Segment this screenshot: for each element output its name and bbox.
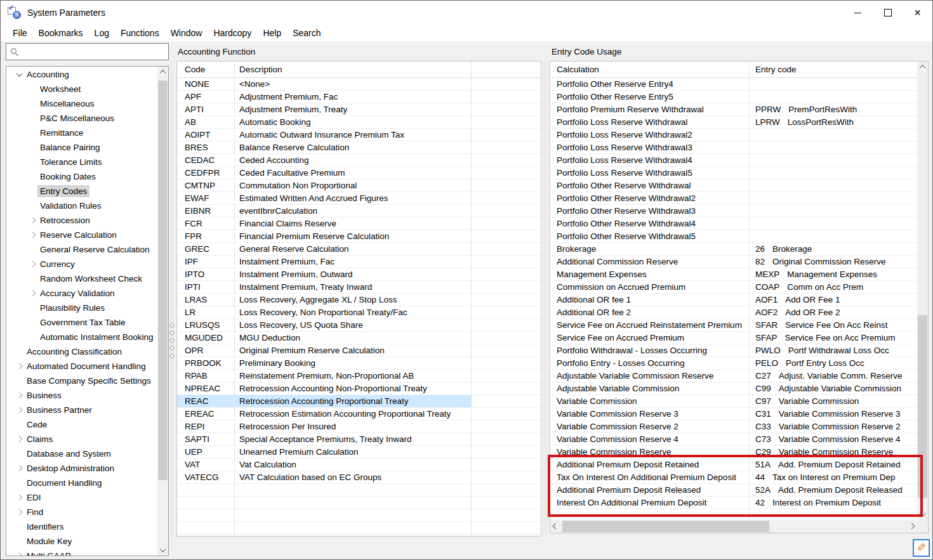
sidebar-item-tolerance-limits[interactable]: Tolerance Limits bbox=[6, 155, 157, 169]
menu-item-search[interactable]: Search bbox=[287, 26, 326, 40]
function-row-eibnr[interactable]: EIBNReventIbnrCalculation bbox=[177, 205, 541, 218]
sidebar-item-cede[interactable]: Cede bbox=[6, 417, 157, 432]
usage-row-portfolio-other-reserve-entry5[interactable]: Portfolio Other Reserve Entry5 bbox=[550, 91, 917, 103]
menu-item-functions[interactable]: Functions bbox=[115, 26, 165, 40]
usage-row-portfolio-other-reserve-entry4[interactable]: Portfolio Other Reserve Entry4 bbox=[550, 78, 917, 91]
usage-row-commission-on-accrued-premium[interactable]: Commission on Accrued PremiumCOAPComm on… bbox=[550, 281, 917, 294]
maximize-button[interactable] bbox=[873, 1, 903, 25]
sidebar-item-automated-document-handling[interactable]: Automated Document Handling bbox=[6, 359, 157, 374]
sidebar-item-accuracy-validation[interactable]: Accuracy Validation bbox=[6, 286, 157, 301]
function-row-rpab[interactable]: RPABReinstatement Premium, Non-Proportio… bbox=[177, 370, 541, 382]
sidebar-item-p-c-miscellaneous[interactable]: P&C Miscellaneous bbox=[6, 111, 157, 126]
usage-row-portfolio-loss-reserve-withdrawal[interactable]: Portfolio Loss Reserve WithdrawalLPRWLos… bbox=[550, 116, 917, 129]
usage-row-variable-commission-reserve-2[interactable]: Variable Commission Reserve 2C33Variable… bbox=[550, 420, 917, 433]
usage-row-portfolio-other-reserve-withdrawal4[interactable]: Portfolio Other Reserve Withdrawal4 bbox=[550, 218, 917, 230]
sidebar-item-plausibility-rules[interactable]: Plausibility Rules bbox=[6, 301, 157, 315]
function-row-mguded[interactable]: MGUDEDMGU Deduction bbox=[177, 332, 541, 344]
sidebar-item-booking-dates[interactable]: Booking Dates bbox=[6, 169, 157, 184]
function-row-ipto[interactable]: IPTOInstalment Premium, Outward bbox=[177, 268, 541, 281]
usage-row-variable-commission-reserve-4[interactable]: Variable Commission Reserve 4C73Variable… bbox=[550, 433, 917, 446]
usage-row-adjustable-variable-commission-reserve[interactable]: Adjustable Variable Commission ReserveC2… bbox=[550, 370, 917, 382]
sidebar-item-database-and-system[interactable]: Database and System bbox=[6, 446, 157, 461]
tree-scrollbar[interactable] bbox=[157, 67, 168, 556]
sidebar-item-multi-gaap[interactable]: Multi GAAP bbox=[6, 549, 157, 556]
usage-row-additional-or-fee-2[interactable]: Additional OR fee 2AOF2Add OR Fee 2 bbox=[550, 306, 917, 319]
function-row-lrusqs[interactable]: LRUSQSLoss Recovery, US Quota Share bbox=[177, 319, 541, 332]
usage-row-portfolio-entry-losses-occurring[interactable]: Portfolio Entry - Losses OccurringPELOPo… bbox=[550, 357, 917, 370]
tree-scroll-up-button[interactable] bbox=[157, 67, 168, 77]
usage-vertical-scrollbar[interactable] bbox=[917, 62, 928, 520]
usage-row-additional-commission-reserve[interactable]: Additional Commission Reserve82Original … bbox=[550, 256, 917, 268]
usage-scroll-left-button[interactable] bbox=[550, 521, 561, 531]
menu-item-hardcopy[interactable]: Hardcopy bbox=[208, 26, 257, 40]
usage-hscrollbar-thumb[interactable] bbox=[562, 521, 769, 532]
sidebar-item-validation-rules[interactable]: Validation Rules bbox=[6, 199, 157, 213]
function-row-reac[interactable]: REACRetrocession Accounting Proportional… bbox=[177, 395, 541, 408]
sidebar-item-government-tax-table[interactable]: Government Tax Table bbox=[6, 315, 157, 330]
usage-horizontal-scrollbar[interactable] bbox=[550, 520, 917, 533]
sidebar-item-general-reserve-calculation[interactable]: General Reserve Calculation bbox=[6, 242, 157, 257]
close-button[interactable]: ✕ bbox=[903, 1, 932, 25]
usage-scroll-down-button[interactable] bbox=[917, 509, 928, 520]
usage-row-service-fee-on-accrued-premium[interactable]: Service Fee on Accrued PremiumSFAPServic… bbox=[550, 332, 917, 344]
function-row-cmtnp[interactable]: CMTNPCommutation Non Proportional bbox=[177, 179, 541, 192]
usage-row-additional-premium-deposit-released[interactable]: Additional Premium Deposit Released52AAd… bbox=[550, 484, 917, 497]
minimize-button[interactable] bbox=[843, 1, 873, 25]
usage-row-portfolio-loss-reserve-withdrawal5[interactable]: Portfolio Loss Reserve Withdrawal5 bbox=[550, 167, 917, 179]
tree-scrollbar-thumb[interactable] bbox=[158, 81, 168, 480]
function-row-ereac[interactable]: EREACRetrocession Estimation Accounting … bbox=[177, 408, 541, 420]
function-row-ewaf[interactable]: EWAFEstimated Written And Accrued Figure… bbox=[177, 192, 541, 205]
sidebar-item-reserve-calculation[interactable]: Reserve Calculation bbox=[6, 228, 157, 242]
tree-scroll-down-button[interactable] bbox=[157, 545, 168, 556]
function-row-uep[interactable]: UEPUnearned Premium Calculation bbox=[177, 446, 541, 459]
usage-row-service-fee-on-accrued-reinstatement-premium[interactable]: Service Fee on Accrued Reinstatement Pre… bbox=[550, 319, 917, 332]
function-row-prbook[interactable]: PRBOOKPreliminary Booking bbox=[177, 357, 541, 370]
usage-vscrollbar-thumb[interactable] bbox=[918, 315, 927, 498]
column-header-calculation[interactable]: Calculation bbox=[550, 65, 749, 74]
sidebar-item-identifiers[interactable]: Identifiers bbox=[6, 519, 157, 534]
usage-row-portfolio-loss-reserve-withdrawal3[interactable]: Portfolio Loss Reserve Withdrawal3 bbox=[550, 141, 917, 154]
function-row-opr[interactable]: OPROriginal Premium Reserve Calculation bbox=[177, 344, 541, 357]
sidebar-item-desktop-administration[interactable]: Desktop Administration bbox=[6, 461, 157, 476]
right-splitter[interactable] bbox=[543, 61, 548, 537]
function-row-none[interactable]: NONE<None> bbox=[177, 78, 541, 91]
sidebar-item-remittance[interactable]: Remittance bbox=[6, 126, 157, 140]
sidebar-item-worksheet[interactable]: Worksheet bbox=[6, 82, 157, 96]
function-row-npreac[interactable]: NPREACRetrocession Accounting Non-Propor… bbox=[177, 382, 541, 395]
function-row-cedac[interactable]: CEDACCeded Accounting bbox=[177, 154, 541, 167]
function-row-vatecg[interactable]: VATECGVAT Calculation based on EC Groups bbox=[177, 471, 541, 484]
sidebar-item-find[interactable]: Find bbox=[6, 505, 157, 519]
function-row-sapti[interactable]: SAPTISpecial Acceptance Premiums, Treaty… bbox=[177, 433, 541, 446]
sidebar-item-currency[interactable]: Currency bbox=[6, 257, 157, 271]
column-header-code[interactable]: Code bbox=[177, 65, 234, 74]
usage-row-variable-commission[interactable]: Variable CommissionC97Variable Commissio… bbox=[550, 395, 917, 408]
function-row-apf[interactable]: APFAdjustment Premium, Fac bbox=[177, 91, 541, 103]
function-row-ab[interactable]: ABAutomatic Booking bbox=[177, 116, 541, 129]
menu-item-help[interactable]: Help bbox=[257, 26, 287, 40]
usage-row-additional-premium-deposit-retained[interactable]: Additional Premium Deposit Retained51AAd… bbox=[550, 459, 917, 471]
usage-row-additional-or-fee-1[interactable]: Additional OR fee 1AOF1Add OR Fee 1 bbox=[550, 294, 917, 306]
function-row-cedfpr[interactable]: CEDFPRCeded Facultative Premium bbox=[177, 167, 541, 179]
usage-row-interest-on-additional-premium-deposit[interactable]: Interest On Additional Premium Deposit42… bbox=[550, 497, 917, 509]
function-row-ipti[interactable]: IPTIInstalment Premium, Treaty Inward bbox=[177, 281, 541, 294]
usage-scroll-up-button[interactable] bbox=[917, 62, 928, 72]
function-row-apti[interactable]: APTIAdjustment Premium, Treaty bbox=[177, 103, 541, 116]
usage-row-portfolio-other-reserve-withdrawal[interactable]: Portfolio Other Reserve Withdrawal bbox=[550, 179, 917, 192]
sidebar-item-document-handling[interactable]: Document Handling bbox=[6, 476, 157, 490]
usage-row-management-expenses[interactable]: Management ExpensesMEXPManagement Expens… bbox=[550, 268, 917, 281]
menu-item-bookmarks[interactable]: Bookmarks bbox=[33, 26, 89, 40]
sidebar-item-balance-pairing[interactable]: Balance Pairing bbox=[6, 140, 157, 155]
sidebar-item-edi[interactable]: EDI bbox=[6, 490, 157, 505]
menu-item-window[interactable]: Window bbox=[165, 26, 208, 40]
menu-item-file[interactable]: File bbox=[7, 26, 33, 40]
edit-button[interactable]: ✎ bbox=[913, 539, 930, 557]
usage-row-portfolio-premium-reserve-withdrawal[interactable]: Portfolio Premium Reserve WithdrawalPPRW… bbox=[550, 103, 917, 116]
usage-row-portfolio-loss-reserve-withdrawal4[interactable]: Portfolio Loss Reserve Withdrawal4 bbox=[550, 154, 917, 167]
search-input[interactable] bbox=[19, 44, 168, 60]
sidebar-item-module-key[interactable]: Module Key bbox=[6, 534, 157, 549]
usage-row-tax-on-interest-on-additional-premium-deposit[interactable]: Tax On Interest On Additional Premium De… bbox=[550, 471, 917, 484]
usage-row-portfolio-withdrawal-losses-occurring[interactable]: Portfolio Withdrawal - Losses OccurringP… bbox=[550, 344, 917, 357]
sidebar-item-random-worksheet-check[interactable]: Random Worksheet Check bbox=[6, 271, 157, 286]
usage-row-portfolio-other-reserve-withdrawal2[interactable]: Portfolio Other Reserve Withdrawal2 bbox=[550, 192, 917, 205]
usage-row-portfolio-other-reserve-withdrawal3[interactable]: Portfolio Other Reserve Withdrawal3 bbox=[550, 205, 917, 218]
